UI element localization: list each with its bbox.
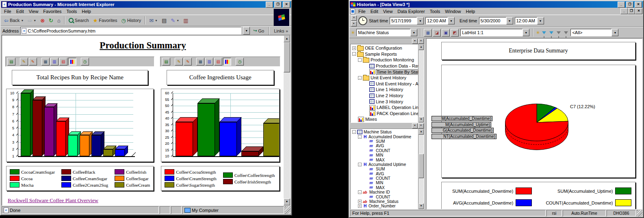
gridchart-button[interactable]: ▥ — [205, 58, 213, 65]
pin-panel-icon[interactable]: ▾ — [412, 123, 418, 129]
tree-item[interactable]: Mixes — [351, 116, 418, 122]
tree-item[interactable]: +HPart_Number — [351, 209, 418, 209]
scroll-down-icon[interactable]: ▼ — [418, 203, 424, 209]
back-button[interactable]: ⇦Back▼ — [2, 17, 25, 24]
tree-item[interactable]: Time In State By Station — [351, 69, 418, 75]
tree-item[interactable]: ##AVG — [351, 144, 418, 148]
expand-toggle-icon[interactable]: + — [358, 204, 362, 208]
gridchart2-button[interactable]: ▧ — [214, 58, 222, 65]
resize-grip[interactable] — [637, 210, 642, 216]
menu-help[interactable]: Help — [79, 9, 93, 14]
home-button[interactable]: ⌂ — [56, 17, 62, 24]
tree-scrollbar[interactable]: ▲ ▼ — [418, 44, 424, 122]
mail-button[interactable]: ✉▼ — [147, 17, 159, 24]
pin-panel-icon[interactable]: ▾ — [412, 39, 418, 44]
expand-toggle-icon[interactable]: - — [358, 190, 362, 194]
scroll-track[interactable] — [418, 50, 424, 117]
menu-favorites[interactable]: Favorites — [41, 9, 64, 14]
view-combo[interactable]: LatHist 1:1▼ — [460, 29, 529, 36]
grid-button[interactable]: ▦ — [41, 58, 50, 65]
dropdown-icon[interactable]: ▼ — [611, 29, 618, 36]
tree-item[interactable]: ##MAX — [351, 157, 418, 162]
bars-button[interactable] — [223, 58, 231, 65]
scroll-thumb[interactable] — [284, 42, 290, 72]
tree-item[interactable]: ##COUNT — [351, 176, 418, 181]
scroll-up-icon[interactable]: ▲ — [418, 129, 424, 135]
maximize-button[interactable]: ❐ — [274, 2, 282, 8]
export-button[interactable]: ▤ — [162, 58, 170, 65]
start-date-combo[interactable]: 5/17/1999▼ — [390, 17, 424, 24]
dropdown-icon[interactable]: ▼ — [410, 29, 417, 36]
overview-link[interactable]: Rockwell Software Coffee Plant Overview — [8, 197, 98, 204]
chart-view-button[interactable]: ◪ — [433, 29, 441, 37]
tree-item[interactable]: -Unit Event History — [351, 75, 418, 81]
menu-file[interactable]: File — [356, 9, 368, 14]
print-button[interactable]: ▤ — [160, 17, 168, 24]
close-panel-icon[interactable]: ✕ — [418, 123, 424, 129]
scroll-down-icon[interactable]: ▼ — [284, 198, 290, 205]
tree-item[interactable]: -HAccumulated Downtime — [351, 134, 418, 139]
refresh-button[interactable]: ↻ — [47, 17, 55, 24]
pen-button[interactable]: ✎ — [175, 58, 183, 65]
forward-button[interactable]: ⇨▼ — [26, 17, 38, 24]
tree-item[interactable]: -abMachine ID — [351, 190, 418, 194]
tree-scrollbar[interactable]: ▲ ▼ — [418, 129, 424, 209]
dropdown-icon[interactable]: ▼ — [448, 17, 455, 24]
tree-item[interactable]: ##SUM — [351, 139, 418, 144]
tree-item[interactable]: +HOrder_Number — [351, 204, 418, 208]
menu-data-explorer[interactable]: Data Explorer — [395, 9, 427, 14]
tree-item[interactable]: Production Data - Raw Data — [351, 63, 418, 69]
tree-item[interactable]: +OEE Configuration — [351, 45, 418, 51]
tree-item[interactable]: ##AVG — [351, 172, 418, 176]
close-toolbar-icon[interactable]: ✕ — [351, 15, 357, 21]
grid-button[interactable]: ▦ — [196, 58, 204, 65]
child-minimize-button[interactable]: _ — [620, 8, 628, 14]
expand-toggle-icon[interactable]: - — [358, 163, 362, 166]
links-button[interactable]: Links» — [272, 28, 290, 34]
pen2-button[interactable]: ✎ — [29, 58, 37, 65]
tree-item[interactable]: ##MIN — [351, 153, 418, 157]
scroll-track[interactable] — [284, 42, 290, 198]
remove-view-button[interactable]: ◩ — [451, 29, 459, 37]
scroll-down-icon[interactable]: ▼ — [418, 117, 424, 122]
tree-item[interactable]: +abMachine_Status — [351, 199, 418, 204]
menu-tools[interactable]: Tools — [64, 9, 80, 14]
restore-button[interactable]: ❐ — [626, 2, 633, 8]
expand-toolbar-icon[interactable]: ▸ — [351, 21, 357, 26]
tree-item[interactable]: PACK Operation Line Activity — [351, 111, 418, 117]
menu-view[interactable]: View — [381, 9, 395, 14]
clock-button[interactable]: ◷ — [81, 58, 89, 65]
menu-window[interactable]: Window — [442, 9, 463, 14]
close-button[interactable]: ✕ — [283, 2, 290, 8]
favorites-button[interactable]: ★Favorites — [91, 17, 119, 24]
tree-item[interactable]: ##MIN — [351, 181, 418, 185]
menu-help[interactable]: Help — [463, 9, 477, 14]
expand-toggle-icon[interactable]: - — [358, 76, 362, 80]
pen2-button[interactable]: ✎ — [184, 58, 192, 65]
end-time-combo[interactable]: 12:00 AM▼ — [515, 17, 544, 24]
scroll-up-icon[interactable]: ▲ — [284, 35, 290, 42]
scroll-thumb[interactable] — [418, 154, 424, 178]
scroll-track[interactable] — [418, 135, 424, 203]
tree-item[interactable]: Line 2 History — [351, 93, 418, 99]
dropdown-icon[interactable]: ▼ — [523, 29, 529, 36]
bars-button[interactable] — [68, 58, 76, 65]
edit-button[interactable]: ✎▼ — [169, 17, 181, 24]
expand-toggle-icon[interactable]: + — [352, 46, 356, 50]
toolbar-grip[interactable]: ✕▸ — [351, 15, 357, 26]
filter-icon[interactable] — [542, 31, 546, 34]
gridchart-button[interactable]: ▥ — [50, 58, 59, 65]
tree-item[interactable]: Line 3 History — [351, 98, 418, 105]
expand-toggle-icon[interactable]: - — [358, 135, 362, 139]
filter-icon[interactable] — [549, 31, 553, 34]
tree-item[interactable]: -HAccumulated Uptime — [351, 162, 418, 167]
expand-toggle-icon[interactable]: - — [352, 130, 356, 134]
tree-item[interactable]: -Machine Status — [351, 130, 418, 134]
resize-grip[interactable] — [285, 206, 291, 214]
menu-edit[interactable]: Edit — [368, 9, 381, 14]
dropdown-icon[interactable]: ▼ — [537, 17, 544, 24]
historian-titlebar[interactable]: Historian - [Data View3 *] _ ❐ ✕ — [350, 1, 643, 8]
search-button[interactable]: Search — [67, 17, 91, 24]
menu-edit[interactable]: Edit — [14, 9, 26, 14]
ie-titlebar[interactable]: e Production Summary - Microsoft Interne… — [1, 1, 291, 8]
